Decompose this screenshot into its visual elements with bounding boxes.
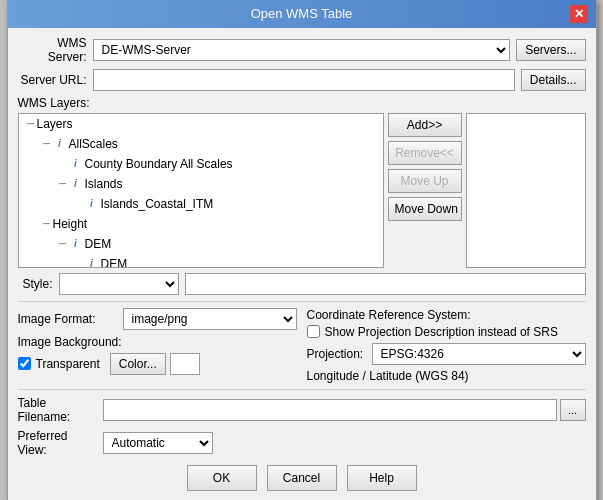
cancel-button[interactable]: Cancel [267,465,337,491]
show-proj-label: Show Projection Description instead of S… [325,325,558,339]
layer-icon: i [69,177,83,191]
preferred-view-select[interactable]: Automatic [103,432,213,454]
wgs-text: Longitude / Latitude (WGS 84) [307,369,586,383]
layers-tree-panel[interactable]: ─ Layers ─ i AllScales i [18,113,384,268]
browse-button[interactable]: ... [560,399,586,421]
layers-area: ─ Layers ─ i AllScales i [18,113,586,268]
style-text-input[interactable] [185,273,586,295]
list-item[interactable]: ─ Height [19,214,383,234]
list-item[interactable]: i County Boundary All Scales [19,154,383,174]
crs-title: Coordinate Reference System: [307,308,586,322]
style-select[interactable] [59,273,179,295]
move-down-button[interactable]: Move Down [388,197,462,221]
footer-buttons: OK Cancel Help [18,465,586,491]
transparent-label: Transparent [36,357,100,371]
expand-icon [57,158,69,170]
divider2 [18,389,586,390]
layer-icon: i [85,257,99,268]
left-column: Image Format: image/png Image Background… [18,308,297,383]
expand-icon: ─ [41,218,53,230]
image-format-row: Image Format: image/png [18,308,297,330]
layers-buttons: Add>> Remove<< Move Up Move Down [388,113,462,221]
list-item[interactable]: ─ i DEM [19,234,383,254]
list-item[interactable]: ─ i Islands [19,174,383,194]
divider [18,301,586,302]
layer-icon: i [69,237,83,251]
layer-icon: i [85,197,99,211]
projection-label: Projection: [307,347,372,361]
show-proj-row: Show Projection Description instead of S… [307,325,586,339]
server-url-row: Server URL: https://webservices. Details… [18,69,586,91]
list-item[interactable]: ─ Layers [19,114,383,134]
image-background-label: Image Background: [18,335,297,349]
preferred-view-label: Preferred View: [18,429,103,457]
layer-icon: i [53,137,67,151]
title-bar: Open WMS Table ✕ [8,0,596,28]
wms-server-select[interactable]: DE-WMS-Server [93,39,511,61]
wms-server-row: WMS Server: DE-WMS-Server Servers... [18,36,586,64]
add-button[interactable]: Add>> [388,113,462,137]
close-button[interactable]: ✕ [570,5,588,23]
selected-layers-panel [466,113,586,268]
layer-icon: i [69,157,83,171]
expand-icon: ─ [57,238,69,250]
expand-icon: ─ [25,118,37,130]
window-title: Open WMS Table [34,6,570,21]
show-proj-checkbox[interactable] [307,325,320,338]
table-filename-input[interactable] [103,399,557,421]
expand-icon: ─ [41,138,53,150]
server-url-input[interactable]: https://webservices. [93,69,515,91]
transparent-row: Transparent Color... [18,353,297,375]
projection-row: Projection: EPSG:4326 [307,343,586,365]
preferred-view-row: Preferred View: Automatic [18,429,586,457]
table-filename-row: Table Filename: ... [18,396,586,424]
open-wms-dialog: Open WMS Table ✕ WMS Server: DE-WMS-Serv… [7,0,597,500]
expand-icon [73,198,85,210]
list-item[interactable]: i DEM [19,254,383,268]
right-column: Coordinate Reference System: Show Projec… [307,308,586,383]
wms-layers-label: WMS Layers: [18,96,586,110]
list-item[interactable]: ─ i AllScales [19,134,383,154]
ok-button[interactable]: OK [187,465,257,491]
style-label: Style: [18,277,53,291]
details-button[interactable]: Details... [521,69,586,91]
servers-button[interactable]: Servers... [516,39,585,61]
list-item[interactable]: i Islands_Coastal_ITM [19,194,383,214]
style-row: Style: [18,273,586,295]
projection-select[interactable]: EPSG:4326 [372,343,586,365]
server-url-label: Server URL: [18,73,93,87]
image-format-select[interactable]: image/png [123,308,297,330]
expand-icon [73,258,85,268]
table-filename-label: Table Filename: [18,396,103,424]
move-up-button[interactable]: Move Up [388,169,462,193]
color-button[interactable]: Color... [110,353,166,375]
color-swatch [170,353,200,375]
remove-button[interactable]: Remove<< [388,141,462,165]
image-format-label: Image Format: [18,312,123,326]
help-button[interactable]: Help [347,465,417,491]
wms-server-label: WMS Server: [18,36,93,64]
bottom-section: Image Format: image/png Image Background… [18,308,586,383]
expand-icon: ─ [57,178,69,190]
transparent-checkbox[interactable] [18,357,31,370]
